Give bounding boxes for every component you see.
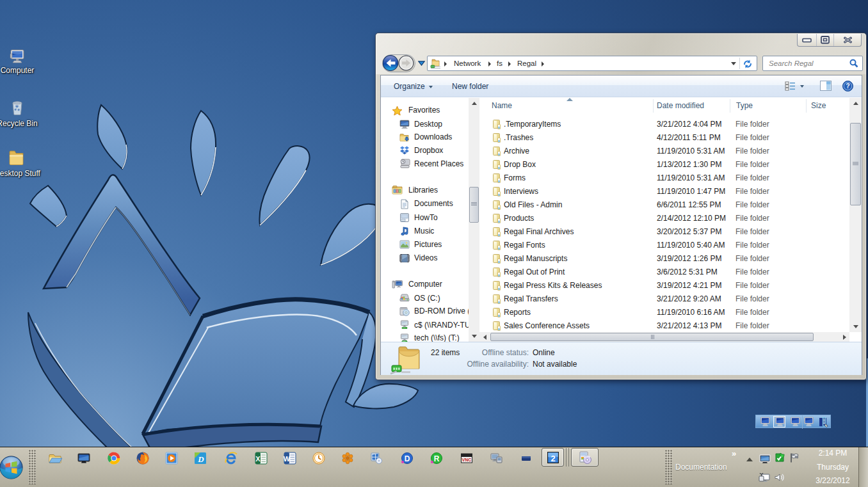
svg-text:R: R: [434, 454, 440, 463]
svg-text:D: D: [405, 454, 410, 463]
svg-text:2: 2: [551, 454, 555, 463]
svg-text:D: D: [197, 454, 204, 464]
svg-text:W: W: [284, 455, 291, 463]
svg-text:X: X: [255, 455, 261, 463]
svg-text:VNC: VNC: [462, 458, 472, 462]
svg-text:?: ?: [846, 83, 849, 90]
